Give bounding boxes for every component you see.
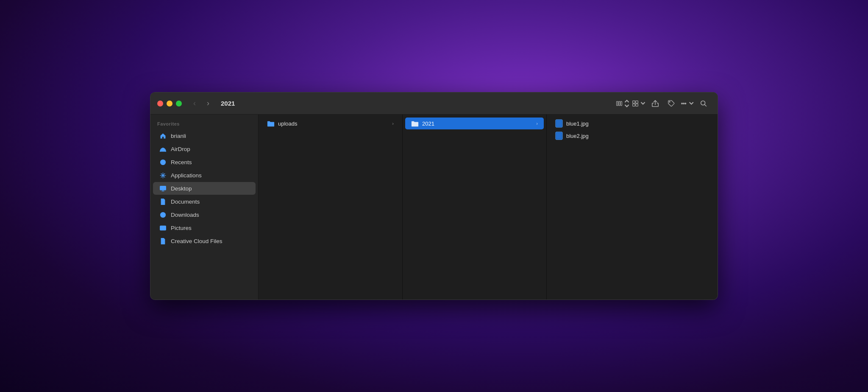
forward-button[interactable]: › (202, 98, 214, 109)
svg-rect-5 (633, 104, 635, 106)
toolbar-right (616, 96, 711, 111)
svg-rect-3 (633, 101, 635, 103)
close-button[interactable] (157, 101, 163, 106)
blue1-file-icon (555, 120, 563, 127)
uploads-label: uploads (278, 120, 389, 127)
svg-rect-2 (620, 101, 622, 106)
columns-area: uploads › 2021 › (259, 115, 718, 300)
column-item-blue1[interactable]: blue1.jpg (549, 118, 715, 129)
svg-point-8 (682, 103, 682, 104)
home-icon (159, 132, 167, 140)
pictures-icon (159, 224, 167, 232)
svg-rect-0 (617, 101, 618, 106)
minimize-button[interactable] (167, 101, 172, 106)
column-item-blue2[interactable]: blue2.jpg (549, 130, 715, 142)
column-item-uploads[interactable]: uploads › (261, 118, 400, 129)
column-1: uploads › (259, 115, 403, 300)
column-2: 2021 › (403, 115, 547, 300)
svg-rect-30 (556, 133, 562, 139)
more-icon (680, 100, 687, 107)
favorites-label: Favorites (150, 120, 258, 129)
svg-rect-4 (636, 101, 638, 103)
downloads-icon (159, 211, 167, 218)
chevron-down-icon (640, 100, 646, 107)
sidebar-item-creative-cloud[interactable]: Creative Cloud Files (153, 235, 256, 247)
svg-rect-1 (618, 101, 620, 106)
sidebar-item-pictures-label: Pictures (171, 225, 192, 231)
view-toggle-button[interactable] (616, 96, 630, 111)
2021-chevron: › (536, 121, 538, 126)
airdrop-icon (159, 145, 167, 153)
desktop-icon (159, 185, 167, 192)
svg-rect-19 (160, 186, 166, 190)
svg-rect-28 (556, 120, 562, 126)
share-button[interactable] (648, 96, 662, 111)
search-button[interactable] (696, 96, 711, 111)
main-content: Favorites brianli (150, 115, 718, 300)
uploads-chevron: › (392, 121, 394, 126)
creative-cloud-icon (159, 237, 167, 245)
sidebar-item-downloads-label: Downloads (171, 212, 199, 218)
share-icon (651, 100, 659, 107)
more-button[interactable] (680, 96, 695, 111)
window-controls (157, 101, 182, 106)
grid-view-button[interactable] (632, 96, 646, 111)
sidebar-item-pictures[interactable]: Pictures (153, 221, 256, 234)
svg-rect-6 (636, 104, 638, 106)
recents-icon (159, 158, 167, 166)
tag-icon (668, 100, 675, 107)
sidebar-item-documents[interactable]: Documents (153, 195, 256, 208)
titlebar: ‹ › 2021 (150, 92, 718, 115)
sidebar-item-brianli-label: brianli (171, 133, 186, 139)
svg-rect-23 (160, 226, 166, 230)
window-title: 2021 (221, 100, 235, 107)
folder-icon (267, 120, 275, 127)
grid-icon (632, 100, 639, 107)
sidebar-item-recents-label: Recents (171, 159, 192, 165)
chevron-down-2-icon (688, 100, 695, 107)
tag-button[interactable] (664, 96, 679, 111)
svg-line-12 (704, 104, 706, 106)
nav-buttons: ‹ › (189, 98, 214, 109)
sidebar-item-creative-cloud-label: Creative Cloud Files (171, 238, 223, 244)
sidebar-item-brianli[interactable]: brianli (153, 129, 256, 142)
chevron-updown-icon (623, 100, 630, 107)
column-3: blue1.jpg blue2.jpg (547, 115, 718, 300)
sidebar-item-documents-label: Documents (171, 199, 200, 205)
documents-icon (159, 198, 167, 205)
svg-point-10 (685, 103, 686, 104)
sidebar-item-airdrop-label: AirDrop (171, 146, 190, 152)
search-icon (700, 100, 707, 107)
sidebar-item-applications[interactable]: Applications (153, 169, 256, 182)
blue2-label: blue2.jpg (566, 133, 709, 139)
svg-point-7 (669, 101, 670, 102)
blue2-file-icon (555, 132, 563, 140)
folder-2021-icon (411, 120, 419, 127)
sidebar-item-desktop[interactable]: Desktop (153, 182, 256, 195)
applications-icon (159, 171, 167, 179)
sidebar-item-desktop-label: Desktop (171, 185, 192, 192)
sidebar-item-recents[interactable]: Recents (153, 156, 256, 168)
blue1-label: blue1.jpg (566, 120, 709, 127)
2021-label: 2021 (422, 120, 533, 127)
back-button[interactable]: ‹ (189, 98, 200, 109)
column-item-2021[interactable]: 2021 › (405, 118, 544, 129)
svg-point-9 (683, 103, 684, 104)
finder-window: ‹ › 2021 (150, 92, 718, 300)
columns-icon (616, 100, 623, 107)
sidebar-item-applications-label: Applications (171, 172, 202, 179)
sidebar-item-downloads[interactable]: Downloads (153, 208, 256, 221)
sidebar: Favorites brianli (150, 115, 259, 300)
sidebar-item-airdrop[interactable]: AirDrop (153, 143, 256, 155)
maximize-button[interactable] (176, 101, 182, 106)
